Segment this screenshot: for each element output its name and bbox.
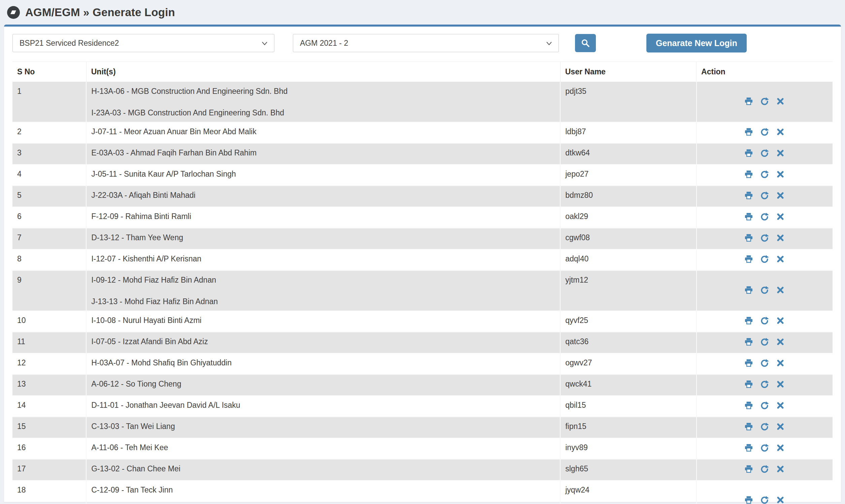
print-login-button[interactable] bbox=[744, 316, 753, 325]
printer-icon bbox=[744, 212, 753, 221]
close-icon bbox=[776, 316, 785, 325]
close-icon bbox=[776, 337, 785, 346]
print-login-button[interactable] bbox=[744, 191, 753, 200]
username-cell: jyqw24 bbox=[560, 481, 696, 504]
meeting-select[interactable]: AGM 2021 - 2 bbox=[293, 34, 559, 52]
regenerate-login-button[interactable] bbox=[760, 422, 769, 431]
action-group bbox=[744, 254, 785, 264]
delete-login-button[interactable] bbox=[776, 401, 785, 410]
regenerate-login-button[interactable] bbox=[760, 495, 769, 504]
action-cell bbox=[697, 311, 832, 332]
action-cell bbox=[697, 249, 832, 270]
delete-login-button[interactable] bbox=[776, 337, 785, 346]
print-login-button[interactable] bbox=[744, 148, 753, 158]
print-login-button[interactable] bbox=[744, 379, 753, 389]
delete-login-button[interactable] bbox=[776, 316, 785, 325]
print-login-button[interactable] bbox=[744, 127, 753, 137]
close-icon bbox=[776, 169, 785, 179]
print-login-button[interactable] bbox=[744, 233, 753, 242]
delete-login-button[interactable] bbox=[776, 169, 785, 179]
regenerate-login-button[interactable] bbox=[760, 358, 769, 368]
delete-login-button[interactable] bbox=[776, 212, 785, 221]
close-icon bbox=[776, 495, 785, 504]
column-header-action: Action bbox=[697, 62, 832, 82]
refresh-icon bbox=[760, 422, 769, 431]
action-group bbox=[744, 495, 785, 504]
search-icon bbox=[580, 38, 591, 48]
unit-label: F-12-09 - Rahima Binti Ramli bbox=[91, 212, 555, 221]
delete-login-button[interactable] bbox=[776, 127, 785, 137]
print-login-button[interactable] bbox=[744, 169, 753, 179]
regenerate-login-button[interactable] bbox=[760, 337, 769, 346]
regenerate-login-button[interactable] bbox=[760, 127, 769, 137]
action-cell bbox=[697, 186, 832, 207]
delete-login-button[interactable] bbox=[776, 191, 785, 200]
regenerate-login-button[interactable] bbox=[760, 212, 769, 221]
regenerate-login-button[interactable] bbox=[760, 285, 769, 295]
username-cell: jepo27 bbox=[560, 164, 696, 186]
delete-login-button[interactable] bbox=[776, 464, 785, 474]
regenerate-login-button[interactable] bbox=[760, 233, 769, 242]
delete-login-button[interactable] bbox=[776, 285, 785, 295]
close-icon bbox=[776, 422, 785, 431]
table-row: 9 I-09-12 - Mohd Fiaz Hafiz Bin AdnanJ-1… bbox=[13, 270, 832, 311]
print-login-button[interactable] bbox=[744, 285, 753, 295]
action-cell bbox=[697, 332, 832, 353]
print-login-button[interactable] bbox=[744, 358, 753, 368]
unit-label: J-22-03A - Afiqah Binti Mahadi bbox=[91, 191, 555, 199]
table-row: 12 H-03A-07 - Mohd Shafiq Bin Ghiyatuddi… bbox=[13, 353, 832, 375]
refresh-icon bbox=[760, 127, 769, 137]
column-header-sno: S No bbox=[13, 62, 86, 82]
sno-cell: 9 bbox=[13, 270, 86, 311]
print-login-button[interactable] bbox=[744, 401, 753, 410]
print-login-button[interactable] bbox=[744, 337, 753, 346]
delete-login-button[interactable] bbox=[776, 443, 785, 452]
action-cell bbox=[697, 459, 832, 481]
filter-controls: BSP21 Serviced Residence2 AGM 2021 - 2 G… bbox=[13, 34, 832, 52]
regenerate-login-button[interactable] bbox=[760, 464, 769, 474]
delete-login-button[interactable] bbox=[776, 148, 785, 158]
delete-login-button[interactable] bbox=[776, 96, 785, 106]
regenerate-login-button[interactable] bbox=[760, 254, 769, 264]
print-login-button[interactable] bbox=[744, 254, 753, 264]
units-cell: E-03A-03 - Ahmad Faqih Farhan Bin Abd Ra… bbox=[86, 143, 560, 164]
print-login-button[interactable] bbox=[744, 495, 753, 504]
close-icon bbox=[776, 358, 785, 368]
regenerate-login-button[interactable] bbox=[760, 316, 769, 325]
delete-login-button[interactable] bbox=[776, 358, 785, 368]
generate-new-login-button[interactable]: Genarate New Login bbox=[646, 34, 747, 53]
delete-login-button[interactable] bbox=[776, 379, 785, 389]
delete-login-button[interactable] bbox=[776, 495, 785, 504]
refresh-icon bbox=[760, 233, 769, 242]
refresh-icon bbox=[760, 254, 769, 264]
regenerate-login-button[interactable] bbox=[760, 191, 769, 200]
regenerate-login-button[interactable] bbox=[760, 148, 769, 158]
property-select[interactable]: BSP21 Serviced Residence2 bbox=[13, 34, 275, 52]
units-cell: I-09-12 - Mohd Fiaz Hafiz Bin AdnanJ-13-… bbox=[86, 270, 560, 311]
regenerate-login-button[interactable] bbox=[760, 401, 769, 410]
print-login-button[interactable] bbox=[744, 464, 753, 474]
column-header-username: User Name bbox=[560, 62, 696, 82]
regenerate-login-button[interactable] bbox=[760, 379, 769, 389]
printer-icon bbox=[744, 422, 753, 431]
username-cell: qatc36 bbox=[560, 332, 696, 353]
delete-login-button[interactable] bbox=[776, 254, 785, 264]
regenerate-login-button[interactable] bbox=[760, 96, 769, 106]
search-button[interactable] bbox=[575, 34, 596, 52]
header-row: S No Unit(s) User Name Action bbox=[13, 62, 832, 82]
table-row: 3 E-03A-03 - Ahmad Faqih Farhan Bin Abd … bbox=[13, 143, 832, 164]
delete-login-button[interactable] bbox=[776, 422, 785, 431]
refresh-icon bbox=[760, 148, 769, 158]
units-cell: D-11-01 - Jonathan Jeevan David A/L Isak… bbox=[86, 396, 560, 417]
unit-label: H-03A-07 - Mohd Shafiq Bin Ghiyatuddin bbox=[91, 358, 555, 367]
print-login-button[interactable] bbox=[744, 96, 753, 106]
action-group bbox=[744, 285, 785, 295]
regenerate-login-button[interactable] bbox=[760, 443, 769, 452]
print-login-button[interactable] bbox=[744, 443, 753, 452]
printer-icon bbox=[744, 148, 753, 158]
regenerate-login-button[interactable] bbox=[760, 169, 769, 179]
print-login-button[interactable] bbox=[744, 212, 753, 221]
delete-login-button[interactable] bbox=[776, 233, 785, 242]
print-login-button[interactable] bbox=[744, 422, 753, 431]
meeting-select-value: AGM 2021 - 2 bbox=[300, 39, 348, 48]
